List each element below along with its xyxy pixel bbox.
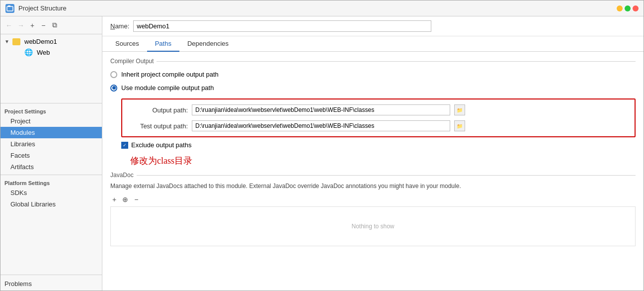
radio-group: Inherit project compile output path Use … [110, 70, 636, 93]
remove-module-button[interactable]: − [39, 20, 47, 30]
sidebar-item-artifacts-label: Artifacts [10, 163, 34, 171]
copy-module-button[interactable]: ⧉ [50, 20, 59, 30]
tree-label-webdemo1: webDemo1 [24, 38, 57, 45]
tree-item-web[interactable]: ▶ 🌐 Web [0, 47, 102, 58]
tree-arrow: ▼ [4, 39, 10, 44]
sidebar-item-libraries-label: Libraries [10, 140, 35, 148]
exclude-label: Exclude output paths [131, 141, 191, 149]
title-bar: Project Structure [0, 0, 644, 16]
test-output-path-browse-button[interactable]: 📁 [454, 120, 465, 131]
javadoc-description: Manage external JavaDocs attached to thi… [110, 182, 636, 191]
project-structure-window: Project Structure ← → + − ⧉ ▼ w [0, 0, 644, 291]
test-output-path-row: Test output path: 📁 [128, 120, 629, 131]
module-tree: ▼ webDemo1 ▶ 🌐 Web [0, 34, 102, 101]
sidebar-item-facets[interactable]: Facets [0, 150, 102, 161]
tabs-row: Sources Paths Dependencies [102, 36, 644, 52]
maximize-button[interactable] [625, 5, 631, 11]
sidebar-item-sdks[interactable]: SDKs [0, 187, 102, 198]
sidebar-item-modules-label: Modules [10, 129, 35, 136]
sidebar-item-modules[interactable]: Modules [0, 127, 102, 138]
web-icon: 🌐 [24, 48, 33, 56]
tab-paths[interactable]: Paths [147, 36, 179, 52]
title-bar-left: Project Structure [5, 4, 67, 13]
javadoc-add-button[interactable]: + [110, 194, 118, 204]
output-path-label: Output path: [128, 106, 188, 114]
sidebar-item-problems[interactable]: Problems [0, 277, 102, 291]
tree-item-webdemo1[interactable]: ▼ webDemo1 [0, 36, 102, 47]
sidebar-item-libraries[interactable]: Libraries [0, 138, 102, 150]
minimize-button[interactable] [617, 5, 623, 11]
sidebar: ← → + − ⧉ ▼ webDemo1 ▶ 🌐 Web [0, 16, 102, 291]
folder-icon [12, 38, 20, 45]
sidebar-item-global-libraries[interactable]: Global Libraries [0, 198, 102, 210]
annotation-text: 修改为class目录 [130, 155, 636, 167]
sidebar-toolbar: ← → + − ⧉ [0, 16, 102, 34]
window-body: ← → + − ⧉ ▼ webDemo1 ▶ 🌐 Web [0, 16, 644, 291]
test-output-path-label: Test output path: [128, 122, 188, 130]
javadoc-toolbar: + ⊕ − [110, 194, 636, 204]
name-label: Name: [110, 22, 129, 30]
svg-rect-0 [7, 6, 13, 11]
main-content: Name: Sources Paths Dependencies Compile… [102, 16, 644, 291]
window-title: Project Structure [18, 4, 67, 12]
test-output-path-input[interactable] [192, 120, 450, 131]
sidebar-item-project[interactable]: Project [0, 115, 102, 127]
svg-rect-1 [8, 5, 10, 7]
sidebar-item-global-libraries-label: Global Libraries [10, 200, 56, 208]
radio-inherit[interactable]: Inherit project compile output path [110, 70, 636, 79]
tree-label-web: Web [37, 49, 50, 56]
sidebar-item-facets-label: Facets [10, 152, 30, 159]
radio-use-module[interactable]: Use module compile output path [110, 83, 636, 93]
tab-dependencies[interactable]: Dependencies [179, 36, 237, 52]
app-icon [5, 4, 14, 13]
name-row: Name: [102, 16, 644, 36]
content-area: Compiler Output Inherit project compile … [102, 52, 644, 291]
output-path-browse-button[interactable]: 📁 [454, 104, 465, 115]
forward-button[interactable]: → [16, 21, 25, 29]
exclude-row[interactable]: Exclude output paths [121, 141, 636, 149]
tab-sources[interactable]: Sources [107, 36, 147, 52]
javadoc-remove-button[interactable]: − [132, 194, 140, 204]
output-paths-box: Output path: 📁 Test output path: 📁 [121, 98, 636, 137]
javadoc-add-url-button[interactable]: ⊕ [120, 194, 130, 204]
back-button[interactable]: ← [4, 21, 13, 29]
radio-use-module-label: Use module compile output path [121, 84, 214, 92]
javadoc-empty-text: Nothing to show [351, 223, 394, 230]
output-path-row: Output path: 📁 [128, 104, 629, 115]
close-button[interactable] [633, 5, 639, 11]
javadoc-section: JavaDoc Manage external JavaDocs attache… [110, 172, 636, 246]
project-settings-header: Project Settings [0, 105, 102, 115]
sidebar-item-project-label: Project [10, 117, 30, 125]
sidebar-item-artifacts[interactable]: Artifacts [0, 161, 102, 173]
sidebar-item-sdks-label: SDKs [10, 189, 27, 196]
radio-circle-use-module [110, 85, 117, 92]
exclude-checkbox[interactable] [121, 142, 128, 149]
radio-inherit-label: Inherit project compile output path [121, 71, 219, 78]
add-module-button[interactable]: + [28, 20, 36, 30]
name-input[interactable] [133, 20, 431, 32]
platform-settings-header: Platform Settings [0, 177, 102, 187]
output-path-input[interactable] [192, 104, 450, 115]
radio-circle-inherit [110, 71, 117, 78]
problems-label: Problems [4, 280, 32, 288]
window-controls [617, 5, 639, 11]
javadoc-header: JavaDoc [110, 172, 636, 179]
javadoc-table: Nothing to show [110, 206, 636, 246]
compiler-output-title: Compiler Output [110, 58, 636, 65]
